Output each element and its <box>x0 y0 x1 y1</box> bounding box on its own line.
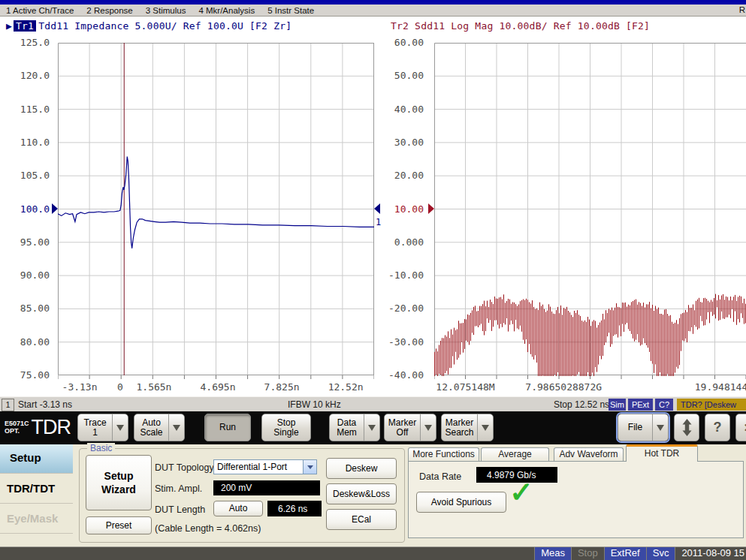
data-mem-button[interactable]: Data Mem <box>329 414 380 441</box>
dut-length-auto-button[interactable]: Auto <box>213 501 263 516</box>
x-axis-tick-label: 7.9865028872G <box>525 381 602 393</box>
chevron-down-icon <box>482 425 489 431</box>
sidebar-item-setup[interactable]: Setup <box>0 444 73 474</box>
tdr-toolbar: E5071C OPT. TDR Trace 1 Auto Scale Run S… <box>0 411 746 444</box>
trace-select-button[interactable]: Trace 1 <box>77 414 128 441</box>
ifbw-label: IFBW 10 kHz <box>288 399 341 410</box>
freq-y-axis-labels: 60.0050.0040.0030.0020.0010.000.000-10.0… <box>379 17 427 396</box>
marker-search-dropdown[interactable] <box>477 414 493 441</box>
freq-plot <box>434 43 746 380</box>
tab-average[interactable]: Average <box>481 447 549 462</box>
status-stop: Stop <box>571 547 604 560</box>
chevron-down-icon <box>307 465 313 469</box>
dut-topology-value: Differential 1-Port <box>214 462 303 472</box>
chevron-down-icon <box>368 425 376 431</box>
status-badge-tdr-deskew: TDR? [Deskew <box>677 399 746 411</box>
instrument-screen: 1 Active Ch/Trace 2 Response 3 Stimulus … <box>0 0 746 560</box>
auto-scale-label: Auto Scale <box>134 414 168 441</box>
stim-ampl-field[interactable]: 200 mV <box>213 480 320 495</box>
status-badge-pext: PExt <box>628 399 653 411</box>
y-axis-tick-label: 10.00 <box>394 203 424 215</box>
dut-topology-label: DUT Topology <box>155 462 214 473</box>
data-mem-label: Data Mem <box>330 414 364 441</box>
dut-length-field[interactable]: 6.26 ns <box>267 501 322 516</box>
logo-opt: OPT. <box>5 427 29 435</box>
stim-ampl-label: Stim. Ampl. <box>155 483 202 494</box>
menu-active-ch-trace[interactable]: 1 Active Ch/Trace <box>6 6 74 15</box>
file-dropdown[interactable] <box>652 414 668 441</box>
tab-more-functions[interactable]: More Functions <box>408 447 479 462</box>
avoid-spurious-button[interactable]: Avoid Spurious <box>416 492 506 513</box>
marker-off-dropdown[interactable] <box>420 414 436 441</box>
stop-single-button[interactable]: Stop Single <box>261 414 311 441</box>
tdr-y-axis-labels: 125.0120.0115.0110.0105.0100.095.0090.00… <box>3 17 53 396</box>
x-axis-tick-label: -3.13n <box>62 381 98 393</box>
deskew-loss-button[interactable]: Deskew&Loss <box>326 483 397 504</box>
sweep-stop-label: Stop 12.52 ns <box>554 399 609 410</box>
deskew-button[interactable]: Deskew <box>326 458 397 479</box>
chevron-down-icon <box>657 425 664 431</box>
y-axis-tick-label: 85.00 <box>20 303 50 315</box>
data-rate-label: Data Rate <box>419 471 461 482</box>
trace2-header[interactable]: Tr2 Sdd11 Log Mag 10.00dB/ Ref 10.00dB [… <box>391 20 650 32</box>
y-axis-tick-label: -20.00 <box>388 303 424 315</box>
status-extref: ExtRef <box>604 547 646 560</box>
cable-length-label: (Cable Length = 4.062ns) <box>155 523 261 534</box>
y-axis-tick-label: -30.00 <box>388 336 424 348</box>
ecal-button[interactable]: ECal <box>326 509 397 530</box>
help-button[interactable]: ? <box>705 414 730 441</box>
y-axis-tick-label: 100.0 <box>20 203 50 215</box>
dut-topology-dropdown[interactable] <box>303 460 316 474</box>
file-button[interactable]: File <box>618 414 669 441</box>
auto-scale-button[interactable]: Auto Scale <box>134 414 185 441</box>
chevron-down-icon <box>173 425 180 431</box>
setup-wizard-button[interactable]: Setup Wizard <box>86 455 152 510</box>
logo-app-name: TDR <box>32 417 71 438</box>
close-button[interactable]: ✕ <box>735 414 746 441</box>
x-axis-tick-label: 1.565n <box>136 381 171 393</box>
status-meas: Meas <box>534 547 571 560</box>
close-icon: ✕ <box>736 414 746 441</box>
menu-response[interactable]: 2 Response <box>86 6 132 15</box>
menu-right-clipped-text: R <box>739 5 745 14</box>
checkmark-icon: ✓ <box>509 478 533 507</box>
panel-resize-button[interactable] <box>674 414 699 441</box>
basic-group-label: Basic <box>87 443 115 453</box>
auto-scale-dropdown[interactable] <box>168 414 184 441</box>
channel-number-box: 1 <box>2 399 14 411</box>
dut-topology-select[interactable]: Differential 1-Port <box>213 459 317 474</box>
x-axis-tick-label: 12.52n <box>328 381 364 393</box>
x-axis-tick-label: 12.075148M <box>436 381 494 393</box>
e5071c-tdr-logo: E5071C OPT. TDR <box>5 417 71 438</box>
data-mem-dropdown[interactable] <box>364 414 379 441</box>
trace-select-dropdown[interactable] <box>112 414 128 441</box>
y-axis-tick-label: 120.0 <box>20 70 50 82</box>
setup-panel: Setup TDR/TDT Eye/Mask Basic Setup Wizar… <box>0 444 746 546</box>
marker-search-button[interactable]: Marker Search <box>441 414 494 441</box>
y-axis-tick-label: 115.0 <box>20 104 50 116</box>
menu-stimulus[interactable]: 3 Stimulus <box>146 6 186 15</box>
preset-button[interactable]: Preset <box>86 516 152 534</box>
trace1-ref-level-marker-right-icon <box>374 203 380 214</box>
trace1-header-text: Tdd11 Impedance 5.000U/ Ref 100.0U [F2 Z… <box>38 20 291 32</box>
marker-off-button[interactable]: Marker Off <box>384 414 436 441</box>
tdr-plot <box>58 43 374 380</box>
status-datetime: 2011-08-09 15 <box>675 547 746 560</box>
y-axis-tick-label: 80.00 <box>20 336 50 348</box>
run-button[interactable]: Run <box>204 414 251 441</box>
sweep-status-strip: 1 Start -3.13 ns IFBW 10 kHz Stop 12.52 … <box>0 396 746 411</box>
sidebar-item-tdr-tdt[interactable]: TDR/TDT <box>0 474 73 504</box>
tab-adv-waveform[interactable]: Adv Waveform <box>554 447 624 462</box>
y-axis-tick-label: -10.00 <box>388 269 424 282</box>
x-axis-tick-label: 4.695n <box>201 381 236 393</box>
menu-mkr-analysis[interactable]: 4 Mkr/Analysis <box>198 6 255 15</box>
trace1-number-label: 1 <box>376 217 381 227</box>
y-axis-tick-label: 90.00 <box>20 269 50 282</box>
menu-instr-state[interactable]: 5 Instr State <box>267 6 314 15</box>
hot-tdr-tab-page: Data Rate 4.9879 Gb/s Avoid Spurious ✓ <box>408 461 744 538</box>
y-axis-tick-label: 75.00 <box>20 369 50 381</box>
marker-off-label: Marker Off <box>385 414 420 441</box>
sweep-start-label: Start -3.13 ns <box>18 399 72 410</box>
y-axis-tick-label: 20.00 <box>394 170 424 182</box>
tab-hot-tdr[interactable]: Hot TDR <box>626 444 698 462</box>
